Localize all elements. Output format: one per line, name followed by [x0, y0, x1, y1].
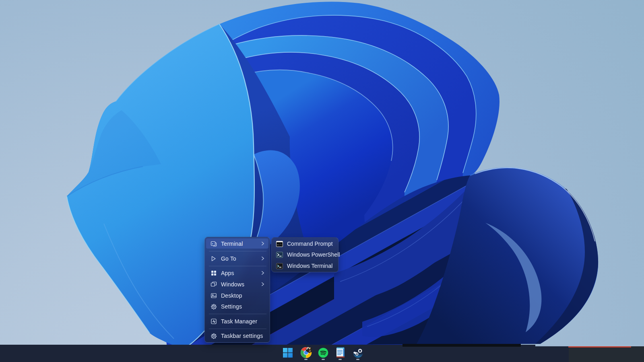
svg-text:c:\: c:\ [277, 243, 282, 246]
